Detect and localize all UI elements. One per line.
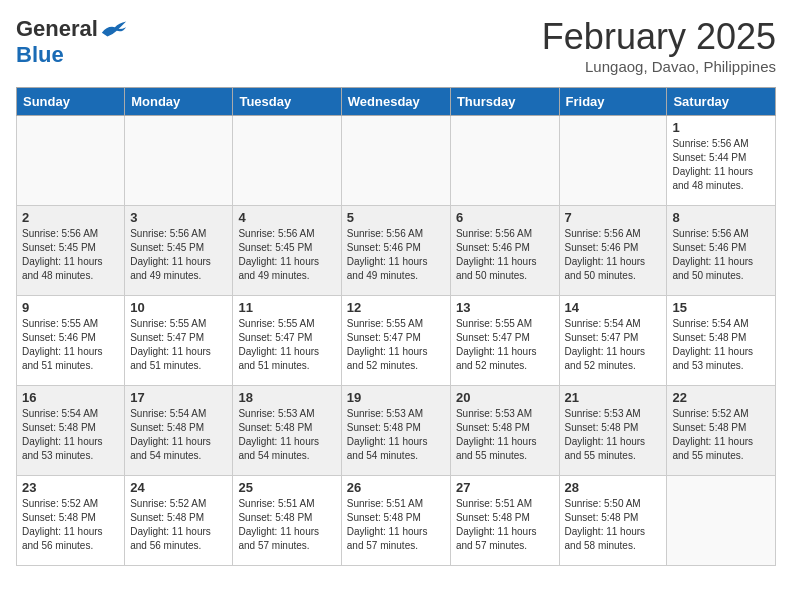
calendar-cell-empty: [450, 116, 559, 206]
day-number: 7: [565, 210, 662, 225]
day-info: Sunrise: 5:55 AM Sunset: 5:46 PM Dayligh…: [22, 317, 119, 373]
day-info: Sunrise: 5:56 AM Sunset: 5:45 PM Dayligh…: [130, 227, 227, 283]
calendar-cell-day: 15Sunrise: 5:54 AM Sunset: 5:48 PM Dayli…: [667, 296, 776, 386]
calendar-cell-day: 22Sunrise: 5:52 AM Sunset: 5:48 PM Dayli…: [667, 386, 776, 476]
day-number: 26: [347, 480, 445, 495]
day-info: Sunrise: 5:54 AM Sunset: 5:48 PM Dayligh…: [672, 317, 770, 373]
calendar-cell-day: 17Sunrise: 5:54 AM Sunset: 5:48 PM Dayli…: [125, 386, 233, 476]
calendar-cell-day: 16Sunrise: 5:54 AM Sunset: 5:48 PM Dayli…: [17, 386, 125, 476]
weekday-header-row: SundayMondayTuesdayWednesdayThursdayFrid…: [17, 88, 776, 116]
calendar-cell-day: 12Sunrise: 5:55 AM Sunset: 5:47 PM Dayli…: [341, 296, 450, 386]
day-number: 2: [22, 210, 119, 225]
calendar-cell-day: 8Sunrise: 5:56 AM Sunset: 5:46 PM Daylig…: [667, 206, 776, 296]
day-number: 9: [22, 300, 119, 315]
day-number: 5: [347, 210, 445, 225]
day-number: 12: [347, 300, 445, 315]
calendar-cell-empty: [667, 476, 776, 566]
calendar-cell-day: 3Sunrise: 5:56 AM Sunset: 5:45 PM Daylig…: [125, 206, 233, 296]
day-info: Sunrise: 5:53 AM Sunset: 5:48 PM Dayligh…: [347, 407, 445, 463]
day-info: Sunrise: 5:56 AM Sunset: 5:45 PM Dayligh…: [238, 227, 335, 283]
day-info: Sunrise: 5:54 AM Sunset: 5:48 PM Dayligh…: [130, 407, 227, 463]
day-number: 21: [565, 390, 662, 405]
day-info: Sunrise: 5:52 AM Sunset: 5:48 PM Dayligh…: [22, 497, 119, 553]
day-info: Sunrise: 5:51 AM Sunset: 5:48 PM Dayligh…: [347, 497, 445, 553]
day-number: 19: [347, 390, 445, 405]
day-number: 20: [456, 390, 554, 405]
logo: General Blue: [16, 16, 128, 68]
calendar-cell-day: 24Sunrise: 5:52 AM Sunset: 5:48 PM Dayli…: [125, 476, 233, 566]
calendar-cell-day: 28Sunrise: 5:50 AM Sunset: 5:48 PM Dayli…: [559, 476, 667, 566]
day-info: Sunrise: 5:55 AM Sunset: 5:47 PM Dayligh…: [238, 317, 335, 373]
calendar-cell-empty: [233, 116, 341, 206]
calendar-cell-empty: [125, 116, 233, 206]
day-number: 10: [130, 300, 227, 315]
calendar-cell-day: 11Sunrise: 5:55 AM Sunset: 5:47 PM Dayli…: [233, 296, 341, 386]
day-number: 3: [130, 210, 227, 225]
month-title: February 2025: [542, 16, 776, 58]
day-number: 8: [672, 210, 770, 225]
day-info: Sunrise: 5:54 AM Sunset: 5:47 PM Dayligh…: [565, 317, 662, 373]
day-info: Sunrise: 5:55 AM Sunset: 5:47 PM Dayligh…: [130, 317, 227, 373]
day-number: 18: [238, 390, 335, 405]
weekday-header-wednesday: Wednesday: [341, 88, 450, 116]
day-number: 28: [565, 480, 662, 495]
day-info: Sunrise: 5:56 AM Sunset: 5:46 PM Dayligh…: [565, 227, 662, 283]
logo-general-text: General: [16, 16, 98, 42]
day-number: 4: [238, 210, 335, 225]
day-number: 16: [22, 390, 119, 405]
weekday-header-friday: Friday: [559, 88, 667, 116]
calendar-cell-day: 10Sunrise: 5:55 AM Sunset: 5:47 PM Dayli…: [125, 296, 233, 386]
calendar-cell-day: 9Sunrise: 5:55 AM Sunset: 5:46 PM Daylig…: [17, 296, 125, 386]
calendar-cell-empty: [559, 116, 667, 206]
calendar-cell-empty: [17, 116, 125, 206]
page-header: General Blue February 2025 Lungaog, Dava…: [16, 16, 776, 75]
logo-blue-text: Blue: [16, 42, 64, 68]
calendar-cell-day: 1Sunrise: 5:56 AM Sunset: 5:44 PM Daylig…: [667, 116, 776, 206]
calendar-week-row: 1Sunrise: 5:56 AM Sunset: 5:44 PM Daylig…: [17, 116, 776, 206]
day-number: 13: [456, 300, 554, 315]
day-info: Sunrise: 5:52 AM Sunset: 5:48 PM Dayligh…: [672, 407, 770, 463]
day-number: 6: [456, 210, 554, 225]
calendar-cell-day: 21Sunrise: 5:53 AM Sunset: 5:48 PM Dayli…: [559, 386, 667, 476]
day-number: 24: [130, 480, 227, 495]
calendar-cell-day: 5Sunrise: 5:56 AM Sunset: 5:46 PM Daylig…: [341, 206, 450, 296]
calendar-cell-day: 27Sunrise: 5:51 AM Sunset: 5:48 PM Dayli…: [450, 476, 559, 566]
location-label: Lungaog, Davao, Philippines: [542, 58, 776, 75]
day-number: 1: [672, 120, 770, 135]
day-number: 11: [238, 300, 335, 315]
calendar-cell-day: 14Sunrise: 5:54 AM Sunset: 5:47 PM Dayli…: [559, 296, 667, 386]
day-info: Sunrise: 5:56 AM Sunset: 5:44 PM Dayligh…: [672, 137, 770, 193]
calendar-week-row: 9Sunrise: 5:55 AM Sunset: 5:46 PM Daylig…: [17, 296, 776, 386]
title-section: February 2025 Lungaog, Davao, Philippine…: [542, 16, 776, 75]
weekday-header-sunday: Sunday: [17, 88, 125, 116]
day-info: Sunrise: 5:56 AM Sunset: 5:46 PM Dayligh…: [456, 227, 554, 283]
day-info: Sunrise: 5:54 AM Sunset: 5:48 PM Dayligh…: [22, 407, 119, 463]
day-number: 17: [130, 390, 227, 405]
day-info: Sunrise: 5:55 AM Sunset: 5:47 PM Dayligh…: [456, 317, 554, 373]
day-info: Sunrise: 5:56 AM Sunset: 5:45 PM Dayligh…: [22, 227, 119, 283]
calendar-cell-day: 20Sunrise: 5:53 AM Sunset: 5:48 PM Dayli…: [450, 386, 559, 476]
day-number: 23: [22, 480, 119, 495]
weekday-header-tuesday: Tuesday: [233, 88, 341, 116]
calendar-table: SundayMondayTuesdayWednesdayThursdayFrid…: [16, 87, 776, 566]
calendar-cell-day: 6Sunrise: 5:56 AM Sunset: 5:46 PM Daylig…: [450, 206, 559, 296]
calendar-cell-day: 13Sunrise: 5:55 AM Sunset: 5:47 PM Dayli…: [450, 296, 559, 386]
weekday-header-saturday: Saturday: [667, 88, 776, 116]
calendar-week-row: 16Sunrise: 5:54 AM Sunset: 5:48 PM Dayli…: [17, 386, 776, 476]
day-number: 15: [672, 300, 770, 315]
day-number: 22: [672, 390, 770, 405]
weekday-header-thursday: Thursday: [450, 88, 559, 116]
day-info: Sunrise: 5:56 AM Sunset: 5:46 PM Dayligh…: [672, 227, 770, 283]
day-info: Sunrise: 5:51 AM Sunset: 5:48 PM Dayligh…: [238, 497, 335, 553]
calendar-cell-day: 4Sunrise: 5:56 AM Sunset: 5:45 PM Daylig…: [233, 206, 341, 296]
day-info: Sunrise: 5:53 AM Sunset: 5:48 PM Dayligh…: [565, 407, 662, 463]
calendar-cell-day: 18Sunrise: 5:53 AM Sunset: 5:48 PM Dayli…: [233, 386, 341, 476]
calendar-cell-day: 25Sunrise: 5:51 AM Sunset: 5:48 PM Dayli…: [233, 476, 341, 566]
day-info: Sunrise: 5:51 AM Sunset: 5:48 PM Dayligh…: [456, 497, 554, 553]
calendar-cell-day: 23Sunrise: 5:52 AM Sunset: 5:48 PM Dayli…: [17, 476, 125, 566]
calendar-week-row: 2Sunrise: 5:56 AM Sunset: 5:45 PM Daylig…: [17, 206, 776, 296]
day-number: 25: [238, 480, 335, 495]
calendar-cell-day: 26Sunrise: 5:51 AM Sunset: 5:48 PM Dayli…: [341, 476, 450, 566]
day-info: Sunrise: 5:56 AM Sunset: 5:46 PM Dayligh…: [347, 227, 445, 283]
day-info: Sunrise: 5:55 AM Sunset: 5:47 PM Dayligh…: [347, 317, 445, 373]
